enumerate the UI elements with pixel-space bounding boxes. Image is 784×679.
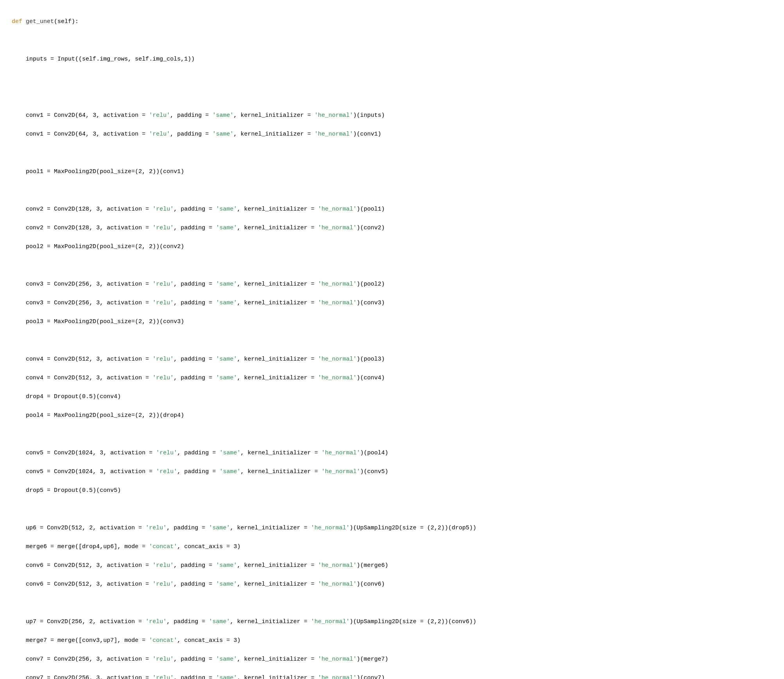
line-conv4b: conv4 = Conv2D(512, 3, activation = 'rel… (12, 373, 772, 383)
line-up6: up6 = Conv2D(512, 2, activation = 'relu'… (12, 524, 772, 533)
line-blank4 (12, 148, 772, 158)
line-def: def get_unet(self): (12, 17, 772, 27)
line-conv1a: conv1 = Conv2D(64, 3, activation = 'relu… (12, 111, 772, 120)
line-conv6b: conv6 = Conv2D(512, 3, activation = 'rel… (12, 580, 772, 589)
line-blank2 (12, 73, 772, 83)
line-blank7 (12, 336, 772, 345)
line-conv3b: conv3 = Conv2D(256, 3, activation = 'rel… (12, 298, 772, 308)
line-merge6: merge6 = merge([drop4,up6], mode = 'conc… (12, 542, 772, 552)
line-blank9 (12, 505, 772, 514)
code-block: def get_unet(self): inputs = Input((self… (12, 8, 772, 679)
line-conv7a: conv7 = Conv2D(256, 3, activation = 'rel… (12, 655, 772, 664)
line-conv5a: conv5 = Conv2D(1024, 3, activation = 're… (12, 448, 772, 458)
line-pool4: pool4 = MaxPooling2D(pool_size=(2, 2))(d… (12, 411, 772, 420)
line-conv4a: conv4 = Conv2D(512, 3, activation = 'rel… (12, 355, 772, 364)
line-conv2b: conv2 = Conv2D(128, 3, activation = 'rel… (12, 223, 772, 233)
line-pool3: pool3 = MaxPooling2D(pool_size=(2, 2))(c… (12, 317, 772, 327)
line-conv7b: conv7 = Conv2D(256, 3, activation = 'rel… (12, 674, 772, 679)
line-conv2a: conv2 = Conv2D(128, 3, activation = 'rel… (12, 205, 772, 214)
line-blank1 (12, 36, 772, 45)
line-conv3a: conv3 = Conv2D(256, 3, activation = 'rel… (12, 280, 772, 289)
line-blank8 (12, 430, 772, 439)
line-inputs: inputs = Input((self.img_rows, self.img_… (12, 55, 772, 64)
line-blank3 (12, 92, 772, 102)
line-pool1: pool1 = MaxPooling2D(pool_size=(2, 2))(c… (12, 167, 772, 177)
line-up7: up7 = Conv2D(256, 2, activation = 'relu'… (12, 617, 772, 627)
line-conv5b: conv5 = Conv2D(1024, 3, activation = 're… (12, 467, 772, 477)
line-blank5 (12, 186, 772, 195)
line-pool2: pool2 = MaxPooling2D(pool_size=(2, 2))(c… (12, 242, 772, 252)
line-blank6 (12, 261, 772, 270)
line-blank10 (12, 599, 772, 608)
line-drop5: drop5 = Dropout(0.5)(conv5) (12, 486, 772, 495)
line-conv6a: conv6 = Conv2D(512, 3, activation = 'rel… (12, 561, 772, 570)
line-merge7: merge7 = merge([conv3,up7], mode = 'conc… (12, 636, 772, 645)
line-conv1b: conv1 = Conv2D(64, 3, activation = 'relu… (12, 130, 772, 139)
line-drop4: drop4 = Dropout(0.5)(conv4) (12, 392, 772, 402)
